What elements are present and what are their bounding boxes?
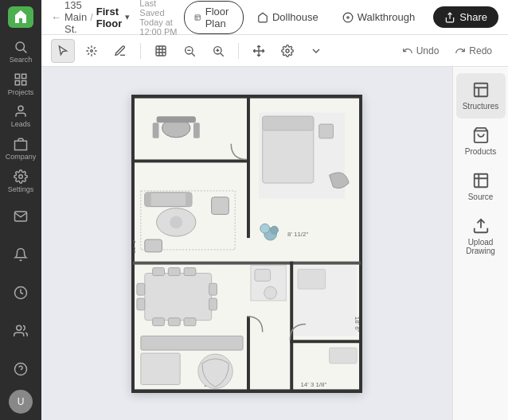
tab-floor-plan[interactable]: Floor Plan	[184, 1, 244, 34]
logo[interactable]	[8, 6, 33, 28]
sidebar-item-bell[interactable]	[3, 237, 38, 272]
floor-plan-svg: 18' 1" 14' 3 1/8" 18' 6" 15' 9" 8' 11/2"	[131, 95, 362, 393]
breadcrumb-dropdown[interactable]: ▾	[125, 12, 130, 22]
svg-rect-64	[298, 269, 326, 289]
svg-rect-29	[133, 261, 361, 264]
svg-point-16	[91, 49, 93, 52]
tool-pan[interactable]	[247, 39, 271, 63]
sidebar-item-person2[interactable]	[3, 313, 38, 348]
nav-tabs: Floor Plan Dollhouse Walkthrough Share	[184, 1, 498, 34]
panel-item-structures[interactable]: Structures	[456, 73, 506, 119]
svg-rect-32	[247, 316, 250, 391]
svg-point-42	[170, 216, 182, 228]
svg-rect-45	[145, 273, 212, 320]
sidebar-item-leads[interactable]: Leads	[3, 102, 38, 131]
toolbar-right: Undo Redo	[396, 42, 498, 60]
svg-rect-55	[209, 298, 217, 310]
svg-rect-7	[15, 141, 27, 150]
content-area: 18' 1" 14' 3 1/8" 18' 6" 15' 9" 8' 11/2"	[41, 67, 508, 420]
svg-line-24	[221, 53, 224, 56]
svg-text:15' 9": 15' 9"	[131, 237, 137, 253]
sidebar-item-search[interactable]: Search	[3, 37, 38, 67]
sidebar-item-projects[interactable]: Projects	[3, 69, 38, 99]
svg-point-76	[198, 354, 233, 388]
toolbar: Undo Redo	[41, 35, 508, 67]
svg-rect-17	[156, 46, 166, 56]
avatar[interactable]: U	[9, 390, 33, 414]
undo-button[interactable]: Undo	[396, 42, 446, 60]
svg-line-1	[23, 49, 26, 52]
svg-rect-46	[153, 267, 165, 275]
tool-zoom-out[interactable]	[178, 39, 201, 63]
svg-rect-43	[212, 196, 229, 214]
sidebar-item-clock[interactable]	[3, 275, 38, 310]
sidebar-item-help[interactable]	[3, 352, 38, 387]
svg-rect-79	[474, 174, 487, 188]
svg-rect-53	[137, 298, 145, 310]
tool-settings2[interactable]	[275, 39, 299, 63]
tool-annotate[interactable]	[80, 39, 104, 63]
tool-draw[interactable]	[108, 39, 132, 63]
svg-rect-30	[290, 261, 293, 391]
tool-detect[interactable]	[149, 39, 173, 63]
svg-rect-74	[141, 336, 243, 350]
panel-item-source[interactable]: Source	[456, 164, 506, 209]
panel-item-upload[interactable]: Upload Drawing	[456, 209, 506, 263]
svg-point-6	[18, 107, 23, 111]
tab-dollhouse[interactable]: Dollhouse	[247, 6, 329, 28]
tab-walkthrough[interactable]: Walkthrough	[332, 6, 426, 28]
canvas[interactable]: 18' 1" 14' 3 1/8" 18' 6" 15' 9" 8' 11/2"	[41, 67, 452, 420]
svg-rect-2	[15, 74, 19, 78]
svg-rect-40	[186, 192, 192, 206]
right-panel: Structures Products Source Upload Drawin…	[452, 67, 508, 420]
breadcrumb-separator: /	[90, 11, 93, 23]
saved-status: Last Saved Today at 12:00 PM	[139, 0, 178, 37]
back-button[interactable]: ←	[51, 11, 61, 23]
sidebar-bottom: U	[3, 199, 38, 414]
svg-point-0	[16, 42, 25, 51]
sidebar-item-company[interactable]: Company	[3, 134, 38, 164]
tool-select[interactable]	[51, 39, 75, 63]
svg-rect-77	[474, 84, 487, 97]
svg-rect-39	[145, 192, 151, 206]
svg-rect-48	[184, 267, 196, 275]
svg-rect-34	[157, 116, 196, 122]
main-area: ← 135 Main St. / First Floor ▾ Last Save…	[41, 0, 508, 420]
tool-zoom-in[interactable]	[206, 39, 230, 63]
breadcrumb-parent: 135 Main St.	[64, 0, 87, 35]
svg-rect-27	[247, 96, 250, 238]
tool-dropdown[interactable]	[304, 39, 328, 63]
svg-rect-54	[209, 283, 217, 295]
breadcrumb-current: First Floor	[96, 6, 123, 29]
svg-rect-51	[184, 317, 196, 325]
breadcrumb: ← 135 Main St. / First Floor ▾	[51, 0, 130, 35]
svg-rect-52	[137, 283, 145, 295]
svg-rect-38	[145, 192, 192, 206]
share-button[interactable]: Share	[433, 6, 498, 28]
svg-rect-44	[145, 239, 162, 252]
svg-rect-61	[255, 269, 271, 281]
separator-1	[140, 43, 141, 59]
svg-rect-28	[133, 159, 247, 162]
svg-rect-47	[168, 267, 180, 275]
svg-text:18' 6": 18' 6"	[354, 316, 361, 332]
svg-rect-5	[22, 80, 26, 84]
svg-rect-3	[22, 74, 26, 78]
svg-line-20	[192, 53, 195, 56]
svg-text:14' 3 1/8": 14' 3 1/8"	[300, 381, 326, 388]
svg-rect-49	[153, 317, 165, 325]
svg-point-14	[347, 16, 349, 18]
svg-point-62	[264, 286, 277, 299]
svg-point-73	[260, 224, 270, 233]
topbar: ← 135 Main St. / First Floor ▾ Last Save…	[41, 0, 508, 35]
svg-point-72	[271, 226, 279, 234]
redo-button[interactable]: Redo	[448, 42, 498, 60]
svg-rect-35	[153, 122, 159, 138]
panel-item-products[interactable]: Products	[456, 119, 506, 164]
svg-rect-58	[263, 116, 314, 130]
sidebar-item-mail[interactable]	[3, 199, 38, 234]
sidebar-item-settings[interactable]: Settings	[3, 166, 38, 196]
svg-point-8	[19, 174, 23, 178]
svg-text:8' 11/2": 8' 11/2"	[287, 231, 308, 238]
separator-2	[238, 43, 239, 59]
